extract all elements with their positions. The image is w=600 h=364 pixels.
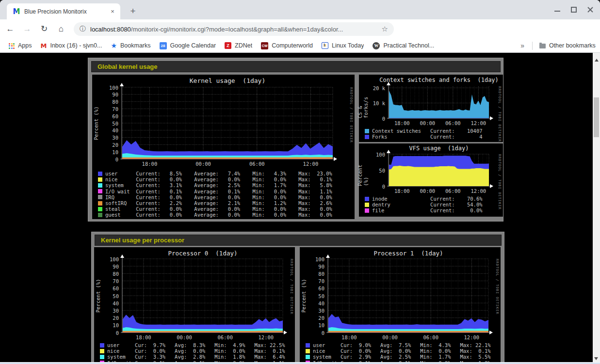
legend-row: I/O wait Current: 0.1% Average: 0.1% Min… — [98, 189, 332, 194]
legend-text: guest Current: 0.0% Average: 0.0% Min: 0… — [105, 212, 332, 218]
processor-0-xtick: 18:00 — [133, 334, 154, 340]
legend-text: system Cur: 2.9% Avg: 2.5% Min: 1.7% Max… — [313, 354, 491, 360]
kernel-usage-xtick: 18:00 — [139, 161, 160, 167]
legend-row: inode Current: 70.6% — [365, 196, 483, 202]
context-switches-forks-graph[interactable]: Context switches and forks (1day)CS & fo… — [359, 75, 503, 142]
rrdtool-watermark: RRDTOOL / TOBI OETIKER — [498, 154, 502, 210]
processor-1-ytick: 90 — [307, 264, 324, 269]
bookmark-computerworld[interactable]: CW Computerworld — [261, 42, 313, 49]
maximize-button[interactable] — [571, 7, 577, 13]
legend-swatch — [306, 343, 310, 348]
address-bar[interactable]: ⓘ localhost:8080/monitorix-cgi/monitorix… — [74, 22, 394, 36]
legend-swatch — [100, 343, 104, 348]
window-bottom-edge — [0, 362, 600, 364]
legend-swatch — [98, 183, 102, 188]
bookmark-linux-today[interactable]: lt Linux Today — [322, 42, 364, 49]
legend-row: system Cur: 2.9% Avg: 2.5% Min: 1.7% Max… — [306, 354, 491, 360]
processor-1-graph[interactable]: Processor 1 (1day)Percent (%)01020304050… — [300, 247, 501, 364]
processor-0-ytick: 50 — [101, 293, 119, 299]
processor-1-ytick: 30 — [307, 308, 324, 314]
section-header-global-kernel: Global kernel usage — [91, 61, 501, 72]
kernel-usage-graph[interactable]: Kernel usage (1day)Percent (%)0102030405… — [92, 75, 355, 219]
legend-row: nice Cur: 0.0% Avg: 0.0% Min: 0.0% Max: … — [306, 348, 491, 354]
legend-swatch — [100, 349, 104, 353]
legend-swatch — [365, 203, 369, 207]
computerworld-icon: CW — [261, 42, 268, 49]
scrollbar-thumb[interactable] — [594, 97, 599, 137]
vfs-usage-xtick: 00:00 — [417, 188, 438, 194]
linux-today-icon: lt — [322, 42, 328, 49]
legend-swatch — [98, 213, 102, 217]
url-text[interactable]: localhost:8080/monitorix-cgi/monitorix.c… — [90, 26, 378, 33]
scrollbar-up-arrow[interactable] — [595, 57, 599, 62]
section-title: Global kernel usage — [97, 63, 158, 70]
scrollbar-down-arrow[interactable] — [593, 355, 600, 362]
legend-swatch — [98, 172, 102, 176]
legend-swatch — [98, 189, 102, 193]
bookmark-bookmarks[interactable]: ★ Bookmarks — [111, 42, 150, 49]
legend-text: user Cur: 9.0% Avg: 7.5% Min: 4.3% Max: … — [313, 342, 491, 348]
bookmarks-overflow-chevron[interactable]: » — [520, 42, 524, 49]
processor-1-ytick: 70 — [307, 278, 324, 284]
processor-0-ytick: 40 — [101, 301, 119, 306]
legend-row: Context switches Current: 10407 — [365, 128, 483, 134]
kernel-usage-ytick: 0 — [99, 157, 118, 162]
browser-window: MM Blue Precision Monitorix × + ← → ↻ ⌂ … — [0, 0, 600, 364]
forward-button[interactable]: → — [20, 22, 34, 36]
new-tab-button[interactable]: + — [127, 6, 139, 17]
rrdtool-watermark: RRDTOOL / TOBI OETIKER — [349, 87, 353, 143]
processor-1-ytick: 60 — [307, 285, 324, 291]
folder-icon — [539, 44, 546, 48]
legend-swatch — [365, 129, 369, 133]
legend-text: user Cur: 9.7% Avg: 8.3% Min: 4.9% Max: … — [107, 342, 285, 348]
page-info-icon[interactable]: ⓘ — [80, 25, 86, 33]
bookmark-google-calendar[interactable]: 28 Google Calendar — [160, 42, 216, 49]
processor-0-ytick: 20 — [101, 315, 119, 321]
tab-monitorix[interactable]: MM Blue Precision Monitorix × — [7, 3, 120, 19]
reload-button[interactable]: ↻ — [37, 22, 51, 36]
close-window-button[interactable] — [587, 7, 593, 13]
calendar-icon: 28 — [160, 42, 167, 49]
legend-text: system Cur: 3.3% Avg: 2.8% Min: 1.8% Max… — [107, 354, 285, 360]
wordpress-icon: W — [373, 42, 380, 49]
bookmark-inbox[interactable]: M Inbox (16) - sjvn0... — [41, 42, 102, 49]
processor-0-xtick: 06:00 — [214, 334, 236, 340]
bookmark-other-bookmarks[interactable]: Other bookmarks — [539, 42, 596, 49]
legend-swatch — [100, 355, 104, 359]
bookmark-this-icon[interactable]: ☆ — [382, 25, 388, 33]
processor-0-graph[interactable]: Processor 0 (1day)Percent (%)01020304050… — [94, 247, 295, 364]
bookmark-zdnet[interactable]: Z ZDNet — [225, 42, 252, 49]
processor-1-ytick: 80 — [307, 271, 324, 277]
rrdtool-watermark: RRDTOOL / TOBI OETIKER — [495, 259, 499, 315]
vfs-usage-graph[interactable]: VFS usage (1day)Percent (%)05010018:0000… — [359, 143, 503, 217]
legend-swatch — [365, 208, 369, 213]
bookmark-apps[interactable]: Apps — [9, 42, 32, 49]
legend-text: inode Current: 70.6% — [372, 196, 483, 202]
home-button[interactable]: ⌂ — [54, 22, 68, 36]
legend-row: system Current: 3.1% Average: 2.5% Min: … — [98, 182, 332, 188]
context-forks-ytick: 0 — [366, 116, 385, 122]
processor-1-xtick: 12:00 — [461, 334, 482, 340]
context-forks-xtick: 06:00 — [442, 120, 464, 126]
legend-text: dentry Current: 54.0% — [372, 202, 483, 207]
legend-swatch — [306, 355, 310, 359]
processor-0-ytick: 10 — [101, 322, 119, 328]
legend-row: IRQ Current: 0.0% Average: 0.0% Min: 0.0… — [98, 194, 332, 200]
legend-text: nice Cur: 0.0% Avg: 0.0% Min: 0.0% Max: … — [313, 348, 491, 354]
processor-0-ytick: 100 — [101, 256, 119, 262]
context-forks-ytick: 10 k — [366, 100, 385, 106]
minimize-button[interactable] — [554, 8, 560, 12]
legend-row: steal Current: 0.0% Average: 0.0% Min: 0… — [98, 206, 332, 212]
bookmark-practical-technology[interactable]: W Practical Technol... — [373, 42, 434, 49]
kernel-usage-ytick: 30 — [99, 135, 118, 141]
section-title: Kernel usage per processor — [101, 237, 184, 244]
processor-0-xtick: 00:00 — [174, 334, 195, 340]
legend-text: I/O wait Current: 0.1% Average: 0.1% Min… — [105, 189, 332, 194]
back-button[interactable]: ← — [3, 22, 17, 36]
vfs-usage-ytick: 50 — [366, 168, 385, 174]
processor-1-ytick: 50 — [307, 293, 324, 299]
legend-swatch — [306, 349, 310, 353]
vfs-usage-xtick: 18:00 — [391, 188, 413, 194]
context-forks-xtick: 18:00 — [391, 120, 413, 126]
tab-close-icon[interactable]: × — [109, 8, 116, 16]
